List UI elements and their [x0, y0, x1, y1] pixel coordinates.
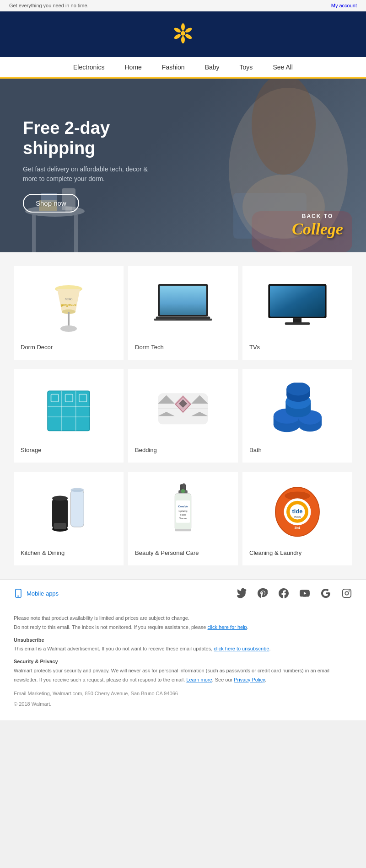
cerave-illustration: CeraVe Hydrating Facial Cleanser [165, 481, 201, 540]
product-storage-image [21, 376, 117, 440]
product-grid-row3: Kitchen & Dining CeraVe Hydratin [14, 472, 352, 565]
nav-electronics[interactable]: Electronics [63, 57, 114, 77]
header [0, 11, 366, 57]
bedding-label: Bedding [135, 444, 231, 456]
hero-title: Free 2-day shipping [23, 118, 151, 158]
svg-rect-34 [270, 286, 325, 316]
hero-content: Free 2-day shipping Get fast delivery on… [0, 118, 174, 213]
svg-text:Cleanser: Cleanser [179, 517, 187, 520]
product-cleaning-image: tide PODS 3in1 [249, 479, 345, 543]
svg-rect-31 [176, 318, 191, 320]
svg-point-1 [184, 27, 193, 34]
storage-label: Storage [21, 444, 117, 456]
product-grid-row2: Storage [14, 369, 352, 463]
svg-rect-85 [175, 529, 191, 531]
nav-toys[interactable]: Toys [230, 57, 263, 77]
footer-text: Please note that product availability is… [0, 607, 366, 720]
footer-copyright: © 2018 Walmart. [14, 700, 352, 709]
svg-point-99 [349, 591, 350, 592]
college-text: College [292, 219, 343, 239]
svg-rect-97 [343, 589, 351, 597]
svg-point-5 [173, 27, 182, 34]
svg-point-0 [181, 23, 185, 31]
product-grid-row1: hello gorgeous Dorm Decor [14, 266, 352, 360]
learn-more-link[interactable]: Learn more [186, 677, 212, 682]
product-tvs[interactable]: TVs [242, 266, 352, 360]
tv-illustration [265, 282, 329, 328]
walmart-logo[interactable] [169, 20, 197, 49]
hero-banner: Free 2-day shipping Get fast delivery on… [0, 79, 366, 252]
social-icons [236, 588, 352, 599]
shop-now-button[interactable]: Shop now [23, 194, 79, 213]
google-plus-icon[interactable] [320, 588, 331, 599]
back-to-college-badge: BACK TO College [292, 213, 343, 239]
product-bath-image [249, 376, 345, 440]
dorm-tech-label: Dorm Tech [135, 341, 231, 353]
security-text: Walmart protects your security and priva… [14, 666, 352, 685]
footer-apps-bar: Mobile apps [0, 579, 366, 607]
product-dorm-tech-image [135, 273, 231, 337]
nav-see-all[interactable]: See All [263, 57, 303, 77]
cleaning-label: Cleaning & Laundry [249, 547, 345, 559]
hero-subtitle: Get fast delivery on affordable tech, de… [23, 165, 151, 184]
dorm-decor-label: Dorm Decor [21, 341, 117, 353]
svg-text:Hydrating: Hydrating [179, 510, 188, 512]
navigation: Electronics Home Fashion Baby Toys See A… [0, 57, 366, 79]
walmart-spark-icon [169, 20, 197, 47]
top-tagline: Get everything you need in no time. [9, 3, 89, 8]
mobile-apps-link[interactable]: Mobile apps [14, 589, 59, 598]
svg-rect-36 [285, 322, 310, 325]
product-bedding-image [135, 376, 231, 440]
nav-home[interactable]: Home [114, 57, 151, 77]
product-dorm-tech[interactable]: Dorm Tech [128, 266, 238, 360]
product-bedding[interactable]: Bedding [128, 369, 238, 463]
product-storage[interactable]: Storage [14, 369, 124, 463]
click-here-help[interactable]: click here for help [208, 624, 247, 630]
nav-baby[interactable]: Baby [195, 57, 230, 77]
svg-text:Facial: Facial [180, 514, 186, 516]
privacy-policy-link[interactable]: Privacy Policy [234, 677, 265, 682]
svg-rect-37 [48, 391, 90, 431]
unsubscribe-text: This email is a Walmart advertisement. I… [14, 644, 352, 654]
svg-point-68 [71, 488, 84, 492]
disclaimer-1: Please note that product availability is… [14, 614, 352, 623]
facebook-icon[interactable] [278, 588, 289, 599]
tvs-label: TVs [249, 341, 345, 353]
svg-rect-67 [71, 490, 84, 527]
product-beauty[interactable]: CeraVe Hydrating Facial Cleanser Beauty … [128, 472, 238, 565]
svg-text:CeraVe: CeraVe [178, 505, 188, 508]
product-bath[interactable]: Bath [242, 369, 352, 463]
beauty-label: Beauty & Personal Care [135, 547, 231, 559]
twitter-icon[interactable] [236, 588, 247, 599]
svg-text:3in1: 3in1 [295, 526, 301, 529]
svg-rect-73 [54, 523, 66, 529]
svg-point-23 [60, 325, 77, 332]
product-cleaning[interactable]: tide PODS 3in1 Cleaning & Laundry [242, 472, 352, 565]
lamp-illustration: hello gorgeous [50, 275, 87, 335]
pinterest-icon[interactable] [257, 588, 268, 599]
click-here-unsubscribe[interactable]: click here to unsubscribe [214, 646, 269, 651]
svg-point-2 [184, 33, 193, 40]
back-text: BACK TO [292, 213, 343, 219]
svg-point-84 [181, 489, 185, 493]
blender-illustration [48, 481, 89, 540]
svg-rect-14 [74, 215, 78, 252]
unsubscribe-title: Unsubscribe [14, 636, 352, 645]
svg-rect-28 [160, 286, 206, 315]
nav-fashion[interactable]: Fashion [152, 57, 195, 77]
my-account-link[interactable]: My account [331, 3, 357, 8]
svg-point-66 [286, 383, 310, 395]
product-dorm-decor[interactable]: hello gorgeous Dorm Decor [14, 266, 124, 360]
svg-rect-96 [17, 596, 19, 596]
product-tvs-image [249, 273, 345, 337]
instagram-icon[interactable] [341, 588, 352, 599]
bath-towels-illustration [268, 383, 327, 433]
top-bar: Get everything you need in no time. My a… [0, 0, 366, 11]
product-kitchen[interactable]: Kitchen & Dining [14, 472, 124, 565]
kitchen-label: Kitchen & Dining [21, 547, 117, 559]
product-section: hello gorgeous Dorm Decor [0, 252, 366, 579]
svg-rect-22 [68, 312, 70, 328]
security-privacy-title: Security & Privacy [14, 657, 352, 666]
product-kitchen-image [21, 479, 117, 543]
youtube-icon[interactable] [299, 588, 310, 599]
